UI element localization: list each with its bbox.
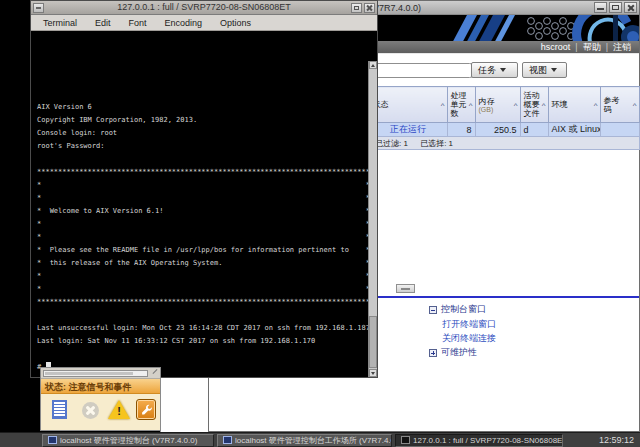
- taskbar-clock: 12:59:12: [599, 435, 634, 445]
- sort-asc-icon[interactable]: ^: [594, 100, 598, 109]
- close-icon[interactable]: [364, 3, 375, 13]
- close-icon[interactable]: [624, 2, 637, 13]
- logout-link[interactable]: 注销: [613, 41, 631, 54]
- chevron-down-icon: [551, 68, 557, 72]
- column-status[interactable]: 状态 ^: [369, 87, 447, 123]
- terminal-scrollbar[interactable]: [368, 61, 377, 377]
- wrench-icon: [140, 403, 153, 417]
- status-dialog-body: !: [41, 394, 160, 430]
- desktop: localhost: 硬件管理控制台工作场所 (V7R7.4.0.0): [0, 0, 640, 447]
- help-link[interactable]: 帮助: [583, 41, 601, 54]
- terminal-window-title: 127.0.0.1 : full / SVRP7720-08-SN06808ET: [31, 2, 377, 12]
- column-active-profile[interactable]: 活动概要文件 ^: [520, 87, 548, 123]
- cell-environment: AIX 或 Linux: [548, 123, 600, 137]
- taskbar-item-hmc-login[interactable]: localhost 硬件管理控制台 (V7R7.4.0.0): [42, 434, 214, 447]
- minimize-icon[interactable]: [594, 2, 607, 13]
- collapse-icon[interactable]: [429, 306, 437, 314]
- status-link[interactable]: 正在运行: [390, 124, 426, 134]
- menu-font[interactable]: Font: [129, 18, 147, 28]
- maximize-icon[interactable]: [609, 2, 622, 13]
- terminal-window: 127.0.0.1 : full / SVRP7720-08-SN06808ET…: [30, 0, 378, 378]
- cell-status: 正在运行: [369, 123, 447, 137]
- session-user: hscroot: [541, 42, 571, 52]
- collapse-handle-button[interactable]: [396, 284, 415, 293]
- tasks-button[interactable]: 任务: [471, 62, 518, 78]
- cell-memory: 250.5: [475, 123, 520, 137]
- terminal-output: AIX Version 6 Copyright IBM Corporation,…: [31, 31, 377, 374]
- serviceability-section[interactable]: 可维护性: [429, 346, 496, 359]
- views-button[interactable]: 视图: [522, 62, 567, 78]
- sort-asc-icon[interactable]: ^: [441, 100, 445, 109]
- events-list-icon[interactable]: [52, 400, 67, 419]
- status-dialog: 状态: 注意信号和事件 !: [40, 367, 161, 431]
- wrench-button[interactable]: [136, 399, 156, 420]
- horizontal-scrollbar[interactable]: [43, 370, 148, 377]
- open-terminal-link[interactable]: 打开终端窗口: [442, 318, 496, 331]
- sort-asc-icon[interactable]: ^: [633, 100, 637, 109]
- terminal-screen[interactable]: AIX Version 6 Copyright IBM Corporation,…: [31, 31, 377, 377]
- sort-asc-icon[interactable]: ^: [542, 100, 546, 109]
- cell-profile: d: [520, 123, 548, 137]
- cell-processing-units: 8: [447, 123, 475, 137]
- terminal-menubar: Terminal Edit Font Encoding Options: [31, 15, 377, 31]
- maximize-icon[interactable]: [351, 3, 362, 13]
- filtered-count: 已过滤: 1: [375, 139, 408, 148]
- menu-edit[interactable]: Edit: [95, 18, 111, 28]
- browser-window-icon: [48, 436, 57, 444]
- menu-encoding[interactable]: Encoding: [165, 18, 203, 28]
- close-terminal-link[interactable]: 关闭终端连接: [442, 332, 496, 345]
- resize-grip-icon[interactable]: [151, 370, 159, 377]
- scrollbar-thumb[interactable]: [369, 316, 377, 368]
- status-dialog-scroll-strip: [41, 368, 160, 379]
- selected-count: 已选择: 1: [420, 139, 453, 148]
- sort-asc-icon[interactable]: ^: [469, 100, 473, 109]
- terminal-icon: [401, 436, 410, 444]
- column-ref-code[interactable]: 参考码 ^: [600, 87, 639, 123]
- menu-options[interactable]: Options: [220, 18, 251, 28]
- column-processing-units[interactable]: 处理单元数 ^: [447, 87, 475, 123]
- sort-asc-icon[interactable]: ^: [514, 100, 518, 109]
- cell-ref-code: [600, 123, 639, 137]
- terminal-titlebar[interactable]: 127.0.0.1 : full / SVRP7720-08-SN06808ET: [31, 1, 377, 15]
- menu-terminal[interactable]: Terminal: [43, 18, 77, 28]
- scroll-down-icon[interactable]: [369, 369, 377, 377]
- column-environment[interactable]: 环境 ^: [548, 87, 600, 123]
- expand-icon[interactable]: [429, 349, 437, 357]
- taskbar-item-hmc-workplace[interactable]: localhost 硬件管理控制台工作场所 (V7R7.4.0.0): [217, 434, 392, 447]
- background-window-fragment: [160, 376, 209, 432]
- warning-icon[interactable]: !: [108, 400, 130, 420]
- browser-window-icon: [223, 436, 232, 444]
- task-links: 控制台窗口 打开终端窗口 关闭终端连接 可维护性: [429, 303, 496, 361]
- column-memory[interactable]: 内存 (GB) ^: [475, 87, 520, 123]
- taskbar: localhost 硬件管理控制台 (V7R7.4.0.0) localhost…: [0, 432, 640, 447]
- console-window-section[interactable]: 控制台窗口: [429, 303, 496, 316]
- scroll-up-icon[interactable]: [369, 61, 377, 69]
- chevron-down-icon: [500, 68, 506, 72]
- taskbar-item-terminal[interactable]: 127.0.0.1 : full / SVRP7720-08-SN06808ET: [395, 434, 563, 447]
- status-dialog-title: 状态: 注意信号和事件: [41, 379, 160, 394]
- error-disabled-icon: [82, 402, 99, 419]
